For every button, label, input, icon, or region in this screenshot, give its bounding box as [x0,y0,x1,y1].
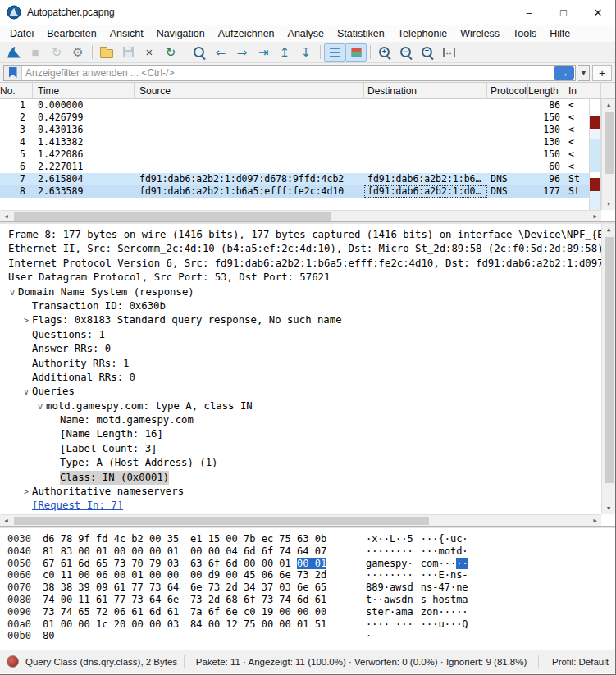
hex-bytes-left[interactable]: 74 00 11 61 77 73 64 6e [43,594,184,606]
intelligent-scrollbar-minimap[interactable] [589,99,601,210]
detail-line-16[interactable]: Type: A (Host Address) (1) [0,456,615,470]
packet-row-2[interactable]: 20.426799150< [0,112,589,124]
apply-filter-button[interactable]: → [554,66,574,80]
add-filter-button[interactable]: + [592,65,612,81]
menu-bearbeiten[interactable]: Bearbeiten [40,26,103,41]
scroll-down-icon[interactable]: ▼ [602,503,616,514]
hex-bytes-left[interactable]: 73 74 65 72 06 61 6d 61 [43,606,184,618]
hex-row-0080[interactable]: 008074 00 11 61 77 73 64 6e73 2d 68 6f 7… [0,594,615,606]
cell-proto[interactable] [487,112,528,124]
cell-time[interactable]: 2.227011 [33,161,135,173]
cell-time[interactable]: 0.430136 [33,124,135,136]
cell-source[interactable] [135,161,364,173]
cell-no[interactable]: 7 [0,173,33,185]
hex-row-0050[interactable]: 005067 61 6d 65 73 70 79 0363 6f 6d 00 0… [0,558,615,570]
open-file-button[interactable] [96,43,117,62]
cell-dest[interactable]: fd91:dab6:a2b2:1:b6… [364,173,487,185]
scroll-up-icon[interactable]: ▲ [602,224,616,235]
detail-line-5[interactable]: Transaction ID: 0x630b [0,299,615,313]
menu-navigation[interactable]: Navigation [150,26,212,41]
minimize-button[interactable]: – [512,0,546,25]
cell-proto[interactable]: DNS [487,173,528,185]
hex-bytes-left[interactable]: 67 61 6d 65 73 70 79 03 [43,558,184,570]
collapse-icon[interactable]: v [7,285,18,299]
cell-time[interactable]: 0.426799 [33,112,135,124]
cell-source[interactable] [135,124,364,136]
filter-bookmark-button[interactable] [4,66,22,80]
cell-len[interactable]: 150 [528,112,564,124]
menu-statistiken[interactable]: Statistiken [331,26,391,41]
hex-bytes-right[interactable] [190,630,331,642]
menu-analyse[interactable]: Analyse [281,26,331,41]
cell-time[interactable]: 0.000000 [33,99,135,112]
details-vscrollbar[interactable]: ▲ ▼ [601,224,615,514]
go-back-button[interactable]: ⇐ [210,43,231,62]
cell-no[interactable]: 6 [0,161,33,173]
hex-bytes-left[interactable]: 01 00 00 1c 20 00 00 03 [43,618,184,631]
hex-bytes-left[interactable]: 81 83 00 01 00 00 00 01 [43,545,184,558]
hex-bytes-left[interactable]: 80 [43,630,184,642]
hex-bytes-left[interactable]: d6 78 9f fd 4c b2 00 35 [43,533,184,545]
auto-scroll-button[interactable] [324,43,345,62]
hex-row-00b0[interactable]: 00b080· [0,630,615,642]
expand-icon[interactable]: > [21,313,32,327]
selected-bytes[interactable]: 00 01 [297,558,326,569]
cell-len[interactable]: 150 [528,148,564,161]
detail-line-19[interactable]: [Request In: 7] [0,499,615,513]
detail-line-13[interactable]: Name: motd.gamespy.com [0,413,615,427]
hex-bytes-right[interactable]: e1 15 00 7b ec 75 63 0b [190,533,331,545]
cell-len[interactable]: 60 [528,161,564,173]
capture-options-button[interactable]: ⚙ [67,43,89,62]
detail-line-12[interactable]: vmotd.gamespy.com: type A, class IN [0,399,615,413]
column-header-no[interactable]: No. [0,83,33,98]
detail-line-11[interactable]: vQueries [0,385,615,399]
detail-line-9[interactable]: Authority RRs: 1 [0,357,615,371]
menu-telephonie[interactable]: Telephonie [391,26,454,41]
cell-dest[interactable] [364,136,487,148]
hex-bytes-right[interactable]: 00 d9 00 45 06 6e 73 2d [190,569,331,582]
column-header-len[interactable]: Length [528,83,564,98]
find-packet-button[interactable] [189,43,210,62]
reload-file-button[interactable]: ↻ [160,43,181,62]
cell-dest[interactable] [364,148,487,161]
detail-line-7[interactable]: Questions: 1 [0,328,615,342]
cell-info[interactable]: < [564,112,589,124]
detail-line-0[interactable]: Frame 8: 177 bytes on wire (1416 bits), … [0,228,615,242]
stop-capture-button[interactable]: ■ [25,43,46,62]
packet-row-3[interactable]: 30.430136130< [0,124,589,136]
cell-proto[interactable]: DNS [487,185,528,198]
detail-line-4[interactable]: vDomain Name System (response) [0,285,615,299]
hscroll-track[interactable] [12,515,589,527]
close-file-button[interactable]: × [139,43,160,62]
scroll-left-icon[interactable]: ◀ [0,213,12,220]
filter-dropdown-button[interactable]: ▼ [578,65,590,81]
cell-info[interactable]: St [564,173,589,185]
column-header-dest[interactable]: Destination [364,83,487,98]
scroll-right-icon[interactable]: ▶ [589,518,601,524]
hex-bytes-left[interactable]: 38 38 39 09 61 77 73 64 [43,582,184,594]
column-header-source[interactable]: Source [135,83,364,98]
start-capture-button[interactable] [3,43,25,62]
cell-info[interactable]: < [564,148,589,161]
cell-info[interactable]: < [564,136,589,148]
details-hscrollbar[interactable]: ◀ ▶ [0,514,601,526]
hex-bytes-right[interactable]: 6e 73 2d 34 37 03 6e 65 [190,582,331,594]
detail-line-3[interactable]: User Datagram Protocol, Src Port: 53, Ds… [0,271,615,285]
detail-line-14[interactable]: [Name Length: 16] [0,427,615,441]
vscroll-track[interactable] [602,235,616,503]
menu-tools[interactable]: Tools [506,26,543,41]
hscroll-thumb[interactable] [14,517,429,525]
menu-hilfe[interactable]: Hilfe [543,26,577,41]
zoom-reset-button[interactable]: = [417,43,438,62]
restart-capture-button[interactable]: ↻ [46,43,67,62]
cell-dest[interactable] [364,124,487,136]
cell-source[interactable] [135,99,364,112]
cell-info[interactable]: < [564,124,589,136]
hex-row-0090[interactable]: 009073 74 65 72 06 61 6d 617a 6f 6e c0 1… [0,606,615,618]
cell-proto[interactable] [487,148,528,161]
packet-row-1[interactable]: 10.00000086< [0,99,589,112]
go-last-button[interactable]: ↧ [295,43,317,62]
cell-time[interactable]: 2.615804 [33,173,135,185]
display-filter-input[interactable] [22,66,554,80]
menu-datei[interactable]: Datei [3,26,40,41]
